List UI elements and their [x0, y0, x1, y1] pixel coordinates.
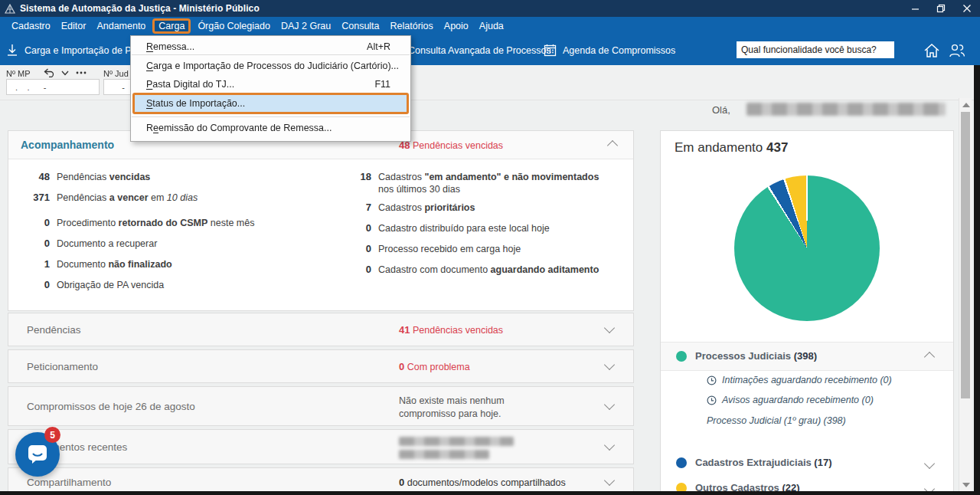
mp-number-label: Nº MP	[6, 69, 31, 78]
pendencias-panel[interactable]: Pendências 41 Pendências vencidas	[8, 313, 634, 346]
home-button[interactable]	[923, 35, 940, 65]
expand-chevron-icon[interactable]	[604, 475, 615, 486]
functionality-search-input[interactable]	[737, 41, 894, 58]
stat-procedimento-retornado[interactable]: 0Procedimento retornado do CSMP neste mê…	[24, 217, 326, 229]
menu-item-reemissao[interactable]: Reemissão do Comprovante de Remessa...	[131, 117, 410, 138]
minimize-button[interactable]	[902, 0, 928, 17]
toolbar-agenda[interactable]: Agenda de Compromissos	[544, 35, 675, 65]
acompanhamento-panel: Acompanhamento 48 Pendências vencidas 48…	[8, 130, 634, 311]
menu-apoio[interactable]: Apoio	[439, 18, 474, 34]
sub-item-processo-judicial[interactable]: Processo Judicial (1º grau) (398)	[707, 415, 846, 426]
menu-editor[interactable]: Editor	[56, 18, 92, 34]
user-name-redacted	[746, 103, 946, 116]
stat-aguardando-aditamento[interactable]: 0Cadastro com documento aguardando adita…	[345, 264, 613, 276]
expand-chevron-icon[interactable]	[604, 359, 615, 370]
menu-andamento[interactable]: Andamento	[91, 18, 151, 34]
clock-icon	[707, 375, 717, 385]
recent-doc-redacted	[399, 450, 489, 459]
em-andamento-pie-chart[interactable]	[734, 175, 880, 321]
carga-dropdown-menu: Remessa... Alt+R Carga e Importação de P…	[130, 35, 411, 142]
undo-icon[interactable]	[44, 68, 54, 77]
stat-processo-recebido[interactable]: 0Processo recebido em carga hoje	[345, 243, 613, 255]
stats-right-column: 18Cadastros "em andamento" e não movimen…	[345, 171, 613, 284]
pendencias-status: 41 Pendências vencidas	[399, 324, 503, 336]
expand-chevron-icon[interactable]	[604, 399, 615, 410]
stats-left-column: 48Pendências vencidas 371Pendências a ve…	[24, 171, 326, 300]
filter-icons	[44, 68, 87, 77]
menu-consulta[interactable]: Consulta	[336, 18, 384, 34]
restore-button[interactable]	[928, 0, 954, 17]
peticionamento-panel[interactable]: Peticionamento 0 Com problema	[8, 349, 634, 383]
menu-item-remessa[interactable]: Remessa... Alt+R	[131, 38, 410, 54]
teal-dot-icon	[676, 351, 687, 362]
stat-documento-recuperar[interactable]: 0Documento a recuperar	[24, 238, 326, 250]
compromissos-title: Compromissos de hoje 26 de agosto	[27, 401, 195, 412]
menu-daj-2-grau[interactable]: DAJ 2 Grau	[276, 18, 336, 34]
peticionamento-title: Peticionamento	[27, 361, 98, 372]
chat-widget-button[interactable]: 5	[15, 432, 60, 477]
window-edge	[0, 491, 980, 495]
recent-doc-redacted	[399, 437, 514, 446]
window-title: Sistema de Automação da Justiça - Minist…	[20, 3, 260, 14]
scroll-up-icon[interactable]	[962, 103, 970, 107]
jud-number-label: Nº Jud	[103, 69, 129, 78]
stat-documento-nao-finalizado[interactable]: 1Documento não finalizado	[24, 258, 326, 270]
clock-icon	[707, 395, 717, 405]
menu-bar: Cadastro Editor Andamento Carga Órgão Co…	[0, 17, 980, 35]
chat-unread-badge: 5	[44, 427, 60, 443]
collapse-chevron-icon[interactable]	[924, 352, 935, 362]
vertical-scrollbar[interactable]	[959, 98, 972, 492]
stat-pendencias-a-vencer[interactable]: 371Pendências a vencer em 10 dias	[24, 192, 326, 204]
download-icon	[6, 44, 18, 57]
compartilhamento-status: 0 documentos/modelos compartilhados	[399, 477, 566, 488]
menu-item-status-importacao[interactable]: Status de Importação...	[132, 93, 409, 114]
menu-carga[interactable]: Carga	[152, 18, 191, 34]
em-andamento-panel: Em andamento 437 Processos Judiciais (39…	[660, 130, 954, 495]
menu-relatorios[interactable]: Relatórios	[385, 18, 439, 34]
stat-pendencias-vencidas[interactable]: 48Pendências vencidas	[24, 171, 326, 183]
mp-number-input[interactable]	[6, 79, 100, 95]
menu-cadastro[interactable]: Cadastro	[6, 18, 56, 34]
blue-dot-icon	[676, 457, 687, 468]
toolbar-consulta-avancada[interactable]: Consulta Avançada de Processos	[408, 35, 551, 65]
documentos-recentes-panel[interactable]: Documentos recentes	[8, 429, 634, 464]
chat-bubble-icon	[26, 444, 49, 465]
menu-orgao-colegiado[interactable]: Órgão Colegiado	[192, 18, 276, 34]
compromissos-panel[interactable]: Compromissos de hoje 26 de agosto Não ex…	[8, 386, 634, 426]
scroll-down-icon[interactable]	[962, 483, 970, 487]
sub-item-avisos[interactable]: Avisos aguardando recebimento (0)	[707, 395, 874, 405]
menu-ajuda[interactable]: Ajuda	[474, 18, 509, 34]
chevron-down-icon[interactable]	[61, 70, 69, 76]
peticionamento-status: 0 Com problema	[399, 361, 470, 372]
stat-cadastro-distribuido[interactable]: 0Cadastro distribuído para este local ho…	[345, 222, 613, 234]
toolbar-agenda-label: Agenda de Compromissos	[563, 45, 675, 56]
sub-item-intimacoes[interactable]: Intimações aguardando recebimento (0)	[707, 375, 892, 385]
greeting-label: Olá,	[712, 104, 730, 116]
stat-cadastros-prioritarios[interactable]: 7Cadastros prioritários	[345, 202, 613, 214]
scrollbar-thumb[interactable]	[961, 112, 970, 398]
legend-processos-judiciais[interactable]: Processos Judiciais (398)	[661, 342, 953, 371]
acompanhamento-title: Acompanhamento	[21, 139, 114, 151]
menu-item-pasta-digital[interactable]: Pasta Digital do TJ... F11	[131, 76, 410, 93]
acompanhamento-summary: 48 Pendências vencidas	[399, 139, 503, 151]
title-bar: Sistema de Automação da Justiça - Minist…	[0, 0, 980, 17]
compartilhamento-title: Compartilhamento	[27, 477, 111, 488]
legend-cadastros-extrajudiciais[interactable]: Cadastros Extrajudiciais (17)	[661, 449, 953, 477]
ellipsis-icon[interactable]	[76, 71, 87, 74]
toolbar-consulta-label: Consulta Avançada de Processos	[408, 45, 551, 56]
stat-cadastros-nao-movimentados[interactable]: 18Cadastros "em andamento" e não movimen…	[345, 171, 613, 195]
collapse-chevron-icon[interactable]	[607, 140, 618, 151]
expand-chevron-icon[interactable]	[604, 323, 615, 333]
home-icon	[923, 43, 940, 58]
window-edge	[974, 65, 980, 495]
menu-item-carga-importacao[interactable]: Carga e Importação de Processos do Judic…	[131, 55, 410, 76]
calendar-icon	[544, 44, 557, 57]
expand-chevron-icon[interactable]	[604, 440, 615, 451]
users-icon	[948, 43, 966, 58]
expand-chevron-icon[interactable]	[924, 458, 935, 469]
stat-obrigacao-pa[interactable]: 0Obrigação de PA vencida	[24, 279, 326, 291]
saj-logo-icon	[5, 4, 15, 14]
users-button[interactable]	[948, 35, 966, 65]
em-andamento-title: Em andamento 437	[675, 140, 788, 156]
close-button[interactable]	[954, 0, 980, 17]
